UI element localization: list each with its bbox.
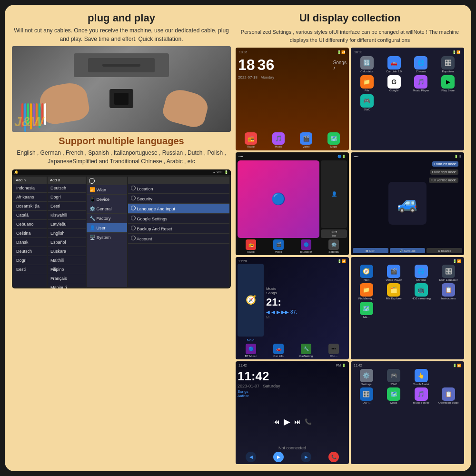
settings-location[interactable]: Location [128, 184, 229, 194]
plug-title: plug and play [12, 12, 231, 24]
lang-item[interactable]: Dansk [13, 238, 47, 247]
screenshot-radio: 11:42FM 🔋 11:42 2023-01-07 Saturday Song… [236, 361, 349, 464]
settings-screenshot: 🔔▲ WiFi 🔋 Add n Indonesia Afrikaans Bosa… [12, 169, 231, 288]
music-bt[interactable]: 🔵 BT Music [238, 344, 264, 357]
icon-maps[interactable]: 🗺️ Maps [321, 132, 347, 148]
lang-item[interactable]: Filipino [48, 265, 86, 274]
settings-col4: Location Security Lanquage And Input Goo… [128, 177, 229, 287]
lang-item[interactable]: Euskara [48, 247, 86, 256]
status-bar-3: ▪▪▪▪🔵🔋 [238, 154, 347, 159]
set2-empty [436, 369, 462, 386]
lang-item[interactable]: Manipuri [48, 283, 86, 288]
languages-list: English , German , French , Spanish , It… [12, 149, 231, 166]
settings-system[interactable]: 🖥️ System [87, 233, 127, 242]
dsp-btn[interactable]: ▦ DSP [353, 248, 388, 253]
lang-item[interactable]: English [48, 229, 86, 238]
set2-music2[interactable]: 🎵 Music Player [408, 387, 434, 404]
balance-btn[interactable]: ⚖ Balance [426, 248, 462, 253]
settings-user[interactable]: 👤 User [87, 223, 127, 233]
set2-settings[interactable]: ⚙️ Settings [354, 369, 379, 386]
lang-item[interactable]: Dogri [13, 256, 47, 265]
settings-google[interactable]: Google Settings [128, 214, 229, 224]
app2-fileexplorer[interactable]: 🗂️ File Explorer [381, 283, 407, 300]
lang-item[interactable]: Deutsch [48, 184, 86, 193]
lang-item[interactable]: Afrikaans [13, 193, 47, 202]
settings-account[interactable]: Account [128, 234, 229, 244]
lang-item[interactable]: Latviešu [48, 220, 86, 229]
app2-videoplayer[interactable]: 🎬 Video Player [381, 265, 407, 281]
left-panel: plug and play Will not cut any cables. O… [12, 12, 231, 464]
radio-back[interactable]: ◀ [238, 452, 264, 462]
icon-radio[interactable]: 📻 Radio [238, 132, 264, 148]
music-carinfo[interactable]: 🚗 Car Info [265, 344, 292, 357]
set2-touchassist[interactable]: 👆 Touch Assist [408, 369, 434, 386]
app2-navi[interactable]: 🧭 Navi [354, 265, 379, 281]
app-chrome[interactable]: 🌐 Chrome [409, 56, 434, 73]
app2-maps[interactable]: 🗺️ Ma... [354, 302, 379, 318]
settings-header-col3 [87, 177, 127, 185]
app-playstore[interactable]: ▶ Play Store [436, 75, 460, 92]
lang-item[interactable]: Indonesia [13, 184, 47, 193]
lang-item[interactable]: Eesti [13, 265, 47, 274]
lang-item[interactable]: Kiswahili [48, 211, 86, 220]
app2-chrome[interactable]: 🌐 Chrome [408, 265, 434, 281]
lang-item[interactable]: Deutsch [13, 247, 47, 256]
app-equalizer[interactable]: 🎛️ Equalizer [436, 56, 460, 73]
set2-opguide[interactable]: 📋 Operation guide [436, 387, 462, 404]
settings-factory[interactable]: 🔧 Factory [87, 214, 127, 223]
settings-language-input[interactable]: Lanquage And Input [128, 204, 229, 214]
radio-forward[interactable]: ▶ [293, 452, 319, 462]
ui-collection-desc: Personalized Settings , various styles o… [236, 28, 464, 44]
lang-item[interactable]: Eesti [48, 202, 86, 211]
settings-wlan[interactable]: 📶 Wlan [87, 185, 127, 195]
lang-item[interactable]: Català [13, 211, 47, 220]
surround-btn[interactable]: 🔊 Surround [390, 248, 426, 253]
watermark: J&W [14, 114, 44, 129]
lang-item[interactable]: Čeština [13, 229, 47, 238]
set2-dsp2[interactable]: 🎛️ DSP... [354, 387, 379, 404]
app-file[interactable]: 📁 File [355, 75, 379, 92]
app2-hd2[interactable]: 📺 HD2 streaming [408, 283, 434, 300]
icon-music[interactable]: 🎵 Music [266, 132, 291, 148]
ui-collection-title: UI display collection [236, 12, 464, 24]
radio-phone[interactable]: 📞 [320, 452, 347, 462]
app2-dsp[interactable]: 🎛️ DSP Equalizer [436, 265, 462, 281]
status-bar-6: 🔋📶 [353, 259, 462, 264]
status-bar-5: 21:28🔋📶 [238, 259, 347, 264]
app-google[interactable]: G Google [382, 75, 407, 92]
lang-item[interactable]: Español [48, 238, 86, 247]
settings-device[interactable]: 📱 Device [87, 195, 127, 204]
bt-bluetooth[interactable]: 🔵 Bluetooth [293, 239, 319, 253]
app2-fbmanager[interactable]: 📁 FbdManag... [354, 283, 379, 300]
bt-radio[interactable]: 📻 Radio [238, 239, 264, 253]
music-carsetting[interactable]: 🔧 CarSetting [293, 344, 319, 357]
plug-desc: Will not cut any cables. Once you receiv… [12, 26, 231, 43]
lang-item[interactable]: Bosanski (la [13, 202, 47, 211]
status-bar-4: ▪▪▪▪🔋 8 [353, 154, 462, 159]
main-container: plug and play Will not cut any cables. O… [5, 5, 471, 471]
set2-swc[interactable]: 🎮 SWC [381, 369, 407, 386]
app-musicplayer[interactable]: 🎵 Music Player [409, 75, 434, 92]
settings-security[interactable]: Security [128, 194, 229, 204]
screenshot-bluetooth: ▪▪▪▪🔵🔋 🔵 👤 8:05Tue 📻 Radio [236, 152, 349, 255]
lang-item[interactable]: Cebuano [13, 220, 47, 229]
settings-general[interactable]: ⚙️ General [87, 204, 127, 214]
lang-item[interactable]: Dogri [48, 193, 86, 202]
settings-col2: Add d Deutsch Dogri Eesti Kiswahili Latv… [48, 177, 86, 287]
bt-settings[interactable]: ⚙️ Settings [320, 239, 347, 253]
app-calculator[interactable]: 🔢 Calculator [355, 56, 379, 73]
bt-video[interactable]: 🎬 Video [265, 239, 292, 253]
settings-backup[interactable]: Backup And Reset [128, 224, 229, 234]
lang-item[interactable]: Maithili [48, 256, 86, 265]
screenshot-home: 18:36🔋📶 18 36 Songs♪ 2022-07-18 Monday 📻… [236, 48, 349, 150]
music-more[interactable]: ••• Cho... [320, 344, 347, 357]
app-swc[interactable]: 🎮 SWC [355, 94, 379, 111]
lang-item[interactable]: Français [48, 274, 86, 283]
icon-video[interactable]: 🎬 Video [293, 132, 319, 148]
app-carlink[interactable]: 🚗 Car Link 2.0 [382, 56, 407, 73]
radio-play[interactable]: ▶ [265, 452, 292, 462]
settings-col3: 📶 Wlan 📱 Device ⚙️ General 🔧 Factory 👤 U… [87, 177, 127, 287]
set2-maps2[interactable]: 🗺️ Maps [381, 387, 407, 404]
app2-instructions[interactable]: 📋 Instructions [436, 283, 462, 300]
status-bar-1: 18:36🔋📶 [238, 50, 347, 55]
